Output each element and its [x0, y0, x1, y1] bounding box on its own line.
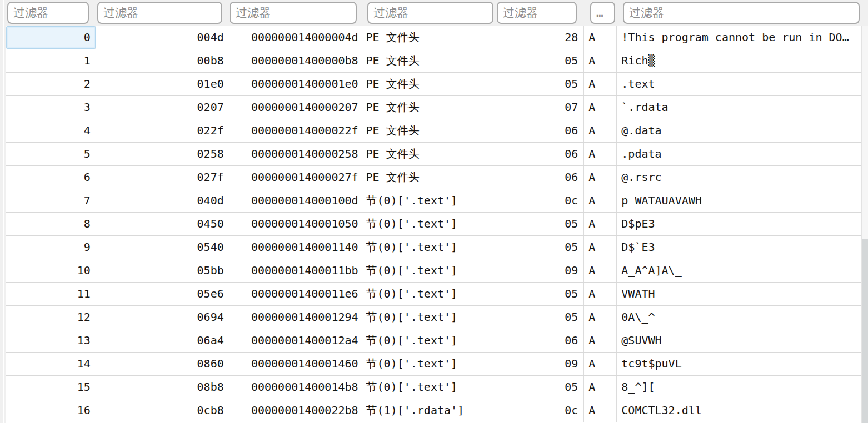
cell-size[interactable]: 05: [495, 213, 584, 235]
cell-region[interactable]: PE 文件头: [362, 119, 496, 142]
cell-address[interactable]: 000000014000100d: [228, 189, 362, 212]
cell-index[interactable]: 12: [6, 306, 96, 329]
cell-size[interactable]: 05: [495, 283, 584, 305]
cell-string[interactable]: 8_^][: [617, 376, 861, 399]
cell-offset[interactable]: 0258: [96, 143, 228, 165]
cell-offset[interactable]: 00b8: [96, 49, 228, 72]
scrollbar-thumb[interactable]: [862, 239, 868, 423]
cell-address[interactable]: 00000001400011bb: [228, 259, 362, 282]
cell-address[interactable]: 0000000140000207: [228, 96, 362, 119]
cell-string[interactable]: tc9t$puVL: [617, 352, 861, 375]
table-row[interactable]: 4 022f 000000014000022f PE 文件头 06 A @.da…: [6, 119, 861, 143]
cell-string[interactable]: .text: [617, 73, 861, 95]
cell-address[interactable]: 0000000140000258: [228, 143, 362, 165]
cell-type[interactable]: A: [584, 119, 617, 142]
table-row[interactable]: 15 08b8 00000001400014b8 节(0)['.text'] 0…: [6, 376, 861, 399]
cell-region[interactable]: 节(0)['.text']: [362, 213, 496, 235]
filter-input-index[interactable]: [7, 2, 89, 24]
cell-type[interactable]: A: [584, 213, 617, 235]
cell-size[interactable]: 06: [495, 166, 584, 189]
cell-region[interactable]: PE 文件头: [362, 73, 496, 95]
cell-size[interactable]: 28: [495, 26, 584, 49]
cell-index[interactable]: 7: [6, 189, 96, 212]
cell-size[interactable]: 06: [495, 119, 584, 142]
cell-region[interactable]: 节(0)['.text']: [362, 259, 496, 282]
cell-offset[interactable]: 08b8: [96, 376, 228, 399]
filter-input-address[interactable]: [230, 2, 357, 24]
table-row[interactable]: 5 0258 0000000140000258 PE 文件头 06 A .pda…: [6, 143, 861, 166]
table-row[interactable]: 3 0207 0000000140000207 PE 文件头 07 A `.rd…: [6, 96, 861, 119]
table-row[interactable]: 11 05e6 00000001400011e6 节(0)['.text'] 0…: [6, 283, 861, 306]
table-row[interactable]: 0 004d 000000014000004d PE 文件头 28 A !Thi…: [6, 26, 861, 49]
cell-size[interactable]: 05: [495, 376, 584, 399]
cell-string[interactable]: VWATH: [617, 283, 861, 305]
cell-address[interactable]: 0000000140001140: [228, 236, 362, 259]
cell-region[interactable]: 节(0)['.text']: [362, 329, 496, 352]
cell-address[interactable]: 00000001400022b8: [228, 399, 362, 422]
cell-size[interactable]: 09: [495, 352, 584, 375]
cell-address[interactable]: 000000014000004d: [228, 26, 362, 49]
table-row[interactable]: 13 06a4 00000001400012a4 节(0)['.text'] 0…: [6, 329, 861, 352]
cell-size[interactable]: 07: [495, 96, 584, 119]
cell-offset[interactable]: 022f: [96, 119, 228, 142]
table-row[interactable]: 12 0694 0000000140001294 节(0)['.text'] 0…: [6, 306, 861, 329]
cell-address[interactable]: 0000000140001050: [228, 213, 362, 235]
cell-region[interactable]: PE 文件头: [362, 143, 496, 165]
cell-index[interactable]: 8: [6, 213, 96, 235]
cell-index[interactable]: 14: [6, 352, 96, 375]
cell-address[interactable]: 00000001400000b8: [228, 49, 362, 72]
cell-index[interactable]: 10: [6, 259, 96, 282]
cell-string[interactable]: `.rdata: [617, 96, 861, 119]
cell-offset[interactable]: 004d: [96, 26, 228, 49]
cell-index[interactable]: 1: [6, 49, 96, 72]
cell-address[interactable]: 000000014000027f: [228, 166, 362, 189]
cell-type[interactable]: A: [584, 399, 617, 422]
cell-region[interactable]: 节(1)['.rdata']: [362, 399, 496, 422]
cell-region[interactable]: 节(0)['.text']: [362, 352, 496, 375]
table-row[interactable]: 16 0cb8 00000001400022b8 节(1)['.rdata'] …: [6, 399, 861, 422]
cell-offset[interactable]: 01e0: [96, 73, 228, 95]
cell-string[interactable]: D$pE3: [617, 213, 861, 235]
cell-size[interactable]: 06: [495, 329, 584, 352]
cell-region[interactable]: 节(0)['.text']: [362, 283, 496, 305]
cell-index[interactable]: 5: [6, 143, 96, 165]
filter-input-region[interactable]: [367, 2, 493, 24]
cell-size[interactable]: 05: [495, 73, 584, 95]
table-row[interactable]: 14 0860 0000000140001460 节(0)['.text'] 0…: [6, 352, 861, 376]
cell-string[interactable]: @SUVWH: [617, 329, 861, 352]
cell-string[interactable]: .pdata: [617, 143, 861, 165]
cell-region[interactable]: PE 文件头: [362, 96, 496, 119]
cell-offset[interactable]: 0cb8: [96, 399, 228, 422]
cell-index[interactable]: 0: [6, 26, 96, 49]
cell-string[interactable]: 0A\_^: [617, 306, 861, 329]
cell-type[interactable]: A: [584, 236, 617, 259]
cell-type[interactable]: A: [584, 189, 617, 212]
cell-address[interactable]: 00000001400014b8: [228, 376, 362, 399]
cell-offset[interactable]: 0694: [96, 306, 228, 329]
cell-type[interactable]: A: [584, 283, 617, 305]
cell-type[interactable]: A: [584, 49, 617, 72]
cell-address[interactable]: 00000001400011e6: [228, 283, 362, 305]
table-row[interactable]: 1 00b8 00000001400000b8 PE 文件头 05 A Rich…: [6, 49, 861, 73]
cell-type[interactable]: A: [584, 26, 617, 49]
cell-offset[interactable]: 0450: [96, 213, 228, 235]
cell-region[interactable]: 节(0)['.text']: [362, 236, 496, 259]
cell-index[interactable]: 11: [6, 283, 96, 305]
cell-region[interactable]: 节(0)['.text']: [362, 306, 496, 329]
cell-type[interactable]: A: [584, 143, 617, 165]
cell-string[interactable]: p WATAUAVAWH: [617, 189, 861, 212]
cell-region[interactable]: PE 文件头: [362, 26, 496, 49]
cell-size[interactable]: 05: [495, 306, 584, 329]
cell-type[interactable]: A: [584, 306, 617, 329]
cell-type[interactable]: A: [584, 259, 617, 282]
cell-address[interactable]: 000000014000022f: [228, 119, 362, 142]
cell-index[interactable]: 15: [6, 376, 96, 399]
cell-index[interactable]: 13: [6, 329, 96, 352]
cell-type[interactable]: A: [584, 329, 617, 352]
cell-size[interactable]: 0c: [495, 189, 584, 212]
table-row[interactable]: 2 01e0 00000001400001e0 PE 文件头 05 A .tex…: [6, 73, 861, 96]
cell-string[interactable]: Rich▒: [617, 49, 861, 72]
cell-index[interactable]: 4: [6, 119, 96, 142]
table-row[interactable]: 8 0450 0000000140001050 节(0)['.text'] 05…: [6, 213, 861, 236]
cell-address[interactable]: 0000000140001294: [228, 306, 362, 329]
